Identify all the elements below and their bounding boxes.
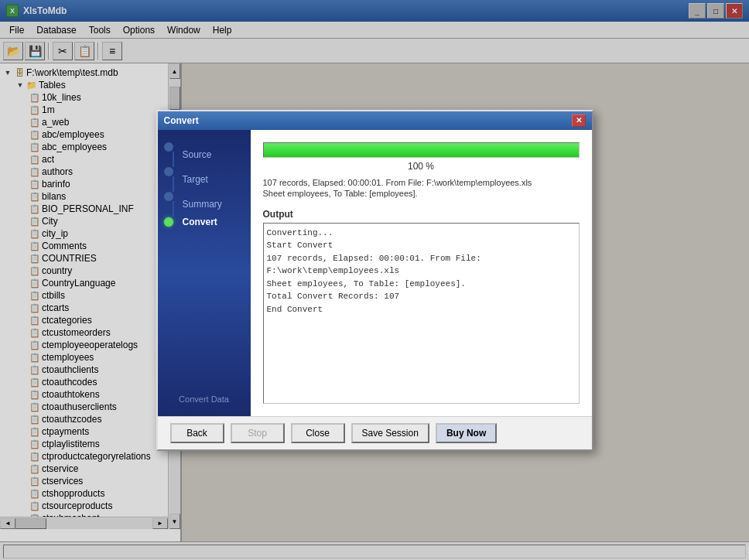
wizard-label-summary: Summary (183, 199, 222, 210)
output-line-4: Sheet employees, To Table: [employees]. (267, 278, 576, 291)
wizard-label-convert: Convert (183, 217, 217, 227)
output-line-2: Start Convert (267, 239, 576, 252)
progress-bar-container (263, 142, 580, 158)
output-line-1: Converting... (267, 227, 576, 240)
wizard-step-convert: Convert (164, 217, 245, 227)
back-button[interactable]: Back (170, 423, 224, 443)
wizard-line-2 (173, 176, 174, 192)
wizard-dot-summary (164, 192, 173, 201)
info-line-2: Sheet employees, To Table: [employees]. (263, 189, 580, 198)
save-session-button[interactable]: Save Session (351, 423, 429, 443)
dialog-title-bar: Convert ✕ (158, 111, 592, 130)
wizard-label-source: Source (183, 149, 212, 160)
modal-overlay: Convert ✕ Source (0, 0, 749, 560)
wizard-dot-convert (164, 217, 173, 227)
close-button[interactable]: Close (291, 423, 345, 443)
dialog-close-button[interactable]: ✕ (572, 114, 586, 127)
output-label: Output (263, 209, 580, 220)
progress-percent: 100 % (263, 161, 580, 172)
output-line-6: End Convert (267, 303, 576, 316)
wizard-step-source: Source (164, 142, 245, 167)
progress-area: 100 % 107 records, Elapsed: 00:00:01. Fr… (263, 142, 580, 200)
stop-button[interactable]: Stop (231, 423, 285, 443)
convert-dialog: Convert ✕ Source (156, 110, 593, 451)
wizard-line-3 (173, 201, 174, 217)
wizard-dot-source (164, 142, 173, 152)
dialog-title: Convert (164, 115, 199, 126)
wizard-step-summary: Summary (164, 192, 245, 217)
dialog-body: Source Target Summary (158, 130, 592, 416)
output-box[interactable]: Converting... Start Convert 107 records,… (263, 223, 580, 404)
progress-bar-fill (264, 143, 579, 157)
dialog-buttons: Back Stop Close Save Session Buy Now (158, 416, 592, 449)
wizard-step-target: Target (164, 167, 245, 192)
dialog-content: 100 % 107 records, Elapsed: 00:00:01. Fr… (251, 130, 592, 416)
output-line-3: 107 records, Elapsed: 00:00:01. From Fil… (267, 252, 576, 278)
wizard-label-target: Target (183, 174, 208, 185)
info-line-1: 107 records, Elapsed: 00:00:01. From Fil… (263, 178, 580, 187)
wizard-line-1 (173, 152, 174, 167)
wizard-subtitle: Convert Data (164, 379, 245, 404)
wizard-panel: Source Target Summary (158, 130, 251, 416)
wizard-dot-target (164, 167, 173, 176)
output-line-5: Total Convert Records: 107 (267, 290, 576, 303)
buy-now-button[interactable]: Buy Now (436, 423, 497, 443)
